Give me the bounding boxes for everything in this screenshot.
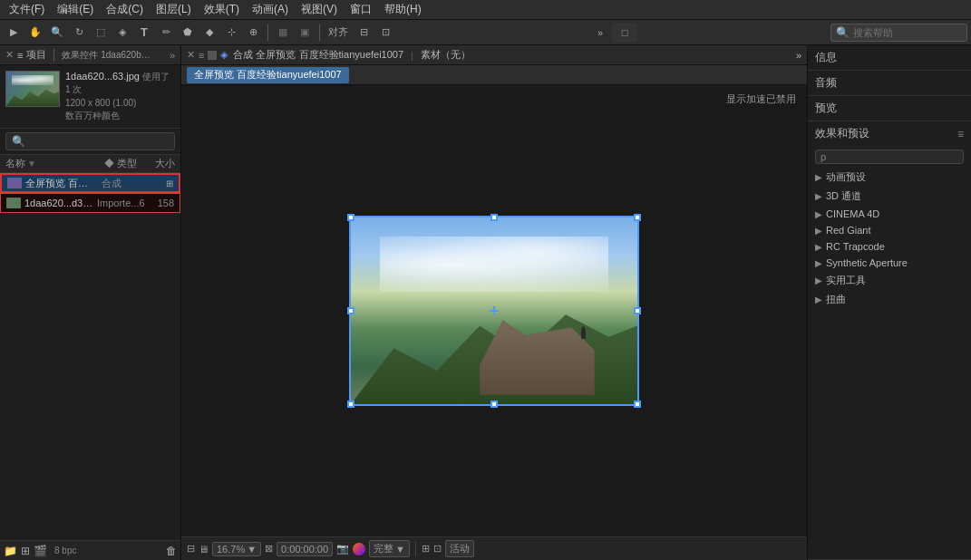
- handle-bm[interactable]: [490, 401, 498, 408]
- center-panel: ✕ ≡ ◈ 合成 全屏预览 百度经验tianyuefei1007 | 素材（无）…: [181, 45, 808, 560]
- fx-cat-distort[interactable]: ▶ 扭曲: [808, 290, 971, 309]
- zoom-value: 16.7%: [217, 544, 245, 555]
- tool-shape[interactable]: ◆: [199, 23, 219, 43]
- new-footage-btn[interactable]: 🎬: [34, 545, 47, 557]
- tool-hand[interactable]: ✋: [25, 23, 45, 43]
- tool-camera2[interactable]: ◈: [112, 23, 132, 43]
- tool-pen[interactable]: ✏: [156, 23, 176, 43]
- menu-animation[interactable]: 动画(A): [247, 0, 294, 19]
- file-size-img: 158: [142, 198, 174, 208]
- zoom-dropdown[interactable]: 16.7% ▼: [212, 542, 261, 556]
- left-panel: ✕ ≡ 项目 效果控件 1daa620b600b4caaaa5 » 1daa62…: [0, 45, 181, 560]
- align-btn[interactable]: ⊟: [354, 23, 374, 43]
- fx-search-input[interactable]: [830, 151, 958, 162]
- viewer-header: ✕ ≡ ◈ 合成 全屏预览 百度经验tianyuefei1007 | 素材（无）…: [181, 45, 807, 65]
- fx-cat-3d[interactable]: ▶ 3D 通道: [808, 187, 971, 206]
- project-search-box[interactable]: 🔍: [5, 132, 175, 150]
- preview-image-inner: [351, 217, 637, 404]
- panel-close-icon[interactable]: ✕: [5, 49, 14, 61]
- fx-cat-trapcode-label: RC Trapcode: [826, 241, 885, 252]
- tool-render[interactable]: ▦: [273, 23, 293, 43]
- workspace-btn[interactable]: □: [612, 23, 637, 43]
- camera-snap-icon[interactable]: 📷: [336, 543, 349, 555]
- menu-effect[interactable]: 效果(T): [199, 0, 245, 19]
- menu-edit[interactable]: 编辑(E): [52, 0, 99, 19]
- fx-cat-cinema4d[interactable]: ▶ CINEMA 4D: [808, 206, 971, 222]
- active-value: 活动: [450, 542, 470, 555]
- project-search-input[interactable]: [29, 136, 169, 147]
- menu-layer[interactable]: 图层(L): [151, 0, 197, 19]
- search-icon: 🔍: [836, 26, 850, 39]
- handle-bl[interactable]: [347, 401, 354, 408]
- file-item-comp[interactable]: 全屏预览 百度...fei1007 合成 ⊞: [0, 173, 180, 193]
- trash-btn[interactable]: 🗑: [166, 545, 177, 557]
- fx-cat-synthetic[interactable]: ▶ Synthetic Aperture: [808, 255, 971, 271]
- effect-controller-link[interactable]: 效果控件 1daa620b600b4caaaa5: [62, 49, 152, 62]
- ctrl-extra1[interactable]: ⊞: [422, 543, 430, 555]
- file-list-headers: 名称 ▼ ◆ 类型 大小: [0, 155, 180, 173]
- tool-mask[interactable]: ⬟: [178, 23, 198, 43]
- panel-header-more[interactable]: »: [170, 50, 175, 61]
- fit-icon[interactable]: ⊠: [265, 543, 273, 555]
- fx-arrow-synthetic: ▶: [815, 258, 822, 268]
- handle-tr[interactable]: [634, 214, 641, 221]
- tool-puppet[interactable]: ⊹: [221, 23, 241, 43]
- menu-bar: 文件(F) 编辑(E) 合成(C) 图层(L) 效果(T) 动画(A) 视图(V…: [0, 0, 971, 20]
- fx-menu-icon[interactable]: ≡: [957, 128, 964, 140]
- ctrl-extra2[interactable]: ⊡: [433, 543, 442, 555]
- preview-section-header[interactable]: 预览: [808, 96, 971, 121]
- ctrl-sep-1: [415, 542, 416, 556]
- fx-search-box[interactable]: ρ: [815, 150, 964, 164]
- timecode-display[interactable]: 0:00:00:00: [277, 542, 333, 556]
- handle-br[interactable]: [634, 401, 641, 408]
- search-help-input[interactable]: [853, 27, 962, 38]
- file-item-img[interactable]: 1daa620...d34a63.jp Importe...6 158: [0, 193, 180, 213]
- viewer-title: 合成 全屏预览 百度经验tianyuefei1007: [233, 48, 403, 62]
- sort-icon[interactable]: ▼: [27, 159, 36, 169]
- menu-help[interactable]: 帮助(H): [379, 0, 427, 19]
- audio-section-header[interactable]: 音频: [808, 71, 971, 95]
- new-folder-btn[interactable]: 📁: [4, 545, 17, 557]
- fx-cat-trapcode[interactable]: ▶ RC Trapcode: [808, 238, 971, 255]
- fx-cat-redgiant[interactable]: ▶ Red Giant: [808, 222, 971, 238]
- menu-file[interactable]: 文件(F): [4, 0, 50, 19]
- info-section-header[interactable]: 信息: [808, 45, 971, 70]
- fx-cat-animation[interactable]: ▶ 动画预设: [808, 168, 971, 187]
- tool-text[interactable]: T: [134, 23, 154, 43]
- quality-value: 完整: [374, 542, 393, 555]
- preview-clouds: [380, 237, 609, 293]
- monitor-icon[interactable]: 🖥: [199, 544, 209, 555]
- right-panel: 信息 音频 预览 效果和预设 ≡ ρ ▶ 动画预设: [808, 45, 971, 560]
- tool-extra[interactable]: ⊕: [243, 23, 263, 43]
- project-search-row: 🔍: [0, 129, 180, 155]
- snap-icon[interactable]: ⊟: [187, 543, 195, 555]
- tool-zoom[interactable]: 🔍: [47, 23, 67, 43]
- viewer-close-btn[interactable]: ✕: [187, 49, 195, 61]
- menu-compose[interactable]: 合成(C): [101, 0, 149, 19]
- active-dropdown[interactable]: 活动: [445, 540, 474, 557]
- menu-view[interactable]: 视图(V): [296, 0, 343, 19]
- fx-section-header[interactable]: 效果和预设 ≡: [808, 121, 971, 146]
- viewer-sub-tab[interactable]: 全屏预览 百度经验tianyuefei1007: [187, 67, 349, 83]
- tool-camera[interactable]: ⬚: [91, 23, 111, 43]
- tool-select[interactable]: ▶: [4, 23, 24, 43]
- tool-rotation[interactable]: ↻: [69, 23, 89, 43]
- quality-dropdown[interactable]: 完整 ▼: [369, 540, 410, 557]
- new-comp-btn[interactable]: ⊞: [21, 545, 30, 557]
- tool-render2[interactable]: ▣: [295, 23, 315, 43]
- canvas-acceleration-label: 显示加速已禁用: [726, 92, 796, 106]
- handle-tl[interactable]: [347, 214, 354, 221]
- color-swatch: [353, 543, 365, 555]
- handle-ml[interactable]: [347, 307, 354, 314]
- panel-menu-icon[interactable]: ≡: [17, 50, 23, 61]
- handle-mr[interactable]: [634, 307, 641, 314]
- file-icon-img: [6, 198, 21, 208]
- menu-window[interactable]: 窗口: [345, 0, 377, 19]
- search-help-box[interactable]: 🔍: [830, 24, 967, 42]
- align-btn2[interactable]: ⊡: [375, 23, 395, 43]
- toolbar-more[interactable]: »: [590, 23, 610, 43]
- viewer-menu-btn[interactable]: ≡: [199, 50, 204, 61]
- handle-tm[interactable]: [490, 214, 498, 221]
- viewer-more-btn[interactable]: »: [796, 50, 801, 61]
- fx-cat-utility[interactable]: ▶ 实用工具: [808, 271, 971, 290]
